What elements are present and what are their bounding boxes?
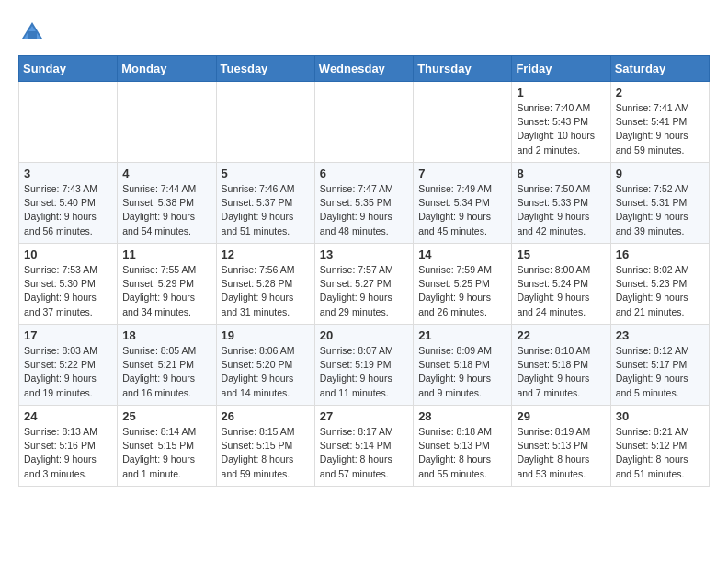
- day-number: 23: [616, 328, 704, 342]
- weekday-header-monday: Monday: [118, 56, 216, 82]
- day-info: Sunrise: 8:15 AM Sunset: 5:15 PM Dayligh…: [222, 425, 310, 481]
- calendar-cell: 7Sunrise: 7:49 AM Sunset: 5:34 PM Daylig…: [414, 163, 512, 244]
- calendar-cell: 27Sunrise: 8:17 AM Sunset: 5:14 PM Dayli…: [314, 406, 413, 487]
- day-number: 7: [418, 167, 506, 180]
- calendar-cell: 5Sunrise: 7:46 AM Sunset: 5:37 PM Daylig…: [216, 163, 314, 244]
- day-number: 29: [517, 409, 605, 423]
- calendar-cell: 22Sunrise: 8:10 AM Sunset: 5:18 PM Dayli…: [512, 325, 610, 406]
- calendar-cell: 2Sunrise: 7:41 AM Sunset: 5:41 PM Daylig…: [610, 82, 709, 163]
- calendar-cell: 20Sunrise: 8:07 AM Sunset: 5:19 PM Dayli…: [314, 325, 413, 406]
- day-number: 4: [122, 167, 210, 180]
- weekday-header-tuesday: Tuesday: [216, 56, 314, 82]
- calendar-week-row: 24Sunrise: 8:13 AM Sunset: 5:16 PM Dayli…: [19, 406, 710, 487]
- day-number: 15: [517, 247, 605, 261]
- day-info: Sunrise: 7:47 AM Sunset: 5:35 PM Dayligh…: [320, 182, 408, 238]
- calendar-cell: 19Sunrise: 8:06 AM Sunset: 5:20 PM Dayli…: [216, 325, 314, 406]
- weekday-header-row: SundayMondayTuesdayWednesdayThursdayFrid…: [19, 56, 710, 82]
- day-number: 26: [222, 409, 310, 423]
- calendar-cell: [19, 82, 118, 163]
- day-number: 25: [122, 409, 210, 423]
- weekday-header-saturday: Saturday: [610, 56, 709, 82]
- day-info: Sunrise: 8:09 AM Sunset: 5:18 PM Dayligh…: [418, 344, 506, 400]
- day-number: 13: [320, 247, 408, 261]
- day-info: Sunrise: 7:55 AM Sunset: 5:29 PM Dayligh…: [122, 263, 210, 319]
- calendar-cell: [414, 82, 512, 163]
- calendar-cell: 18Sunrise: 8:05 AM Sunset: 5:21 PM Dayli…: [118, 325, 216, 406]
- day-info: Sunrise: 7:46 AM Sunset: 5:37 PM Dayligh…: [222, 182, 310, 238]
- weekday-header-sunday: Sunday: [19, 56, 118, 82]
- day-info: Sunrise: 7:57 AM Sunset: 5:27 PM Dayligh…: [320, 263, 408, 319]
- day-info: Sunrise: 8:12 AM Sunset: 5:17 PM Dayligh…: [616, 344, 704, 400]
- calendar-cell: 8Sunrise: 7:50 AM Sunset: 5:33 PM Daylig…: [512, 163, 610, 244]
- day-info: Sunrise: 7:56 AM Sunset: 5:28 PM Dayligh…: [222, 263, 310, 319]
- day-info: Sunrise: 8:21 AM Sunset: 5:12 PM Dayligh…: [616, 425, 704, 481]
- logo-icon: [18, 18, 46, 46]
- svg-rect-2: [28, 31, 37, 39]
- calendar-cell: 21Sunrise: 8:09 AM Sunset: 5:18 PM Dayli…: [414, 325, 512, 406]
- day-number: 22: [517, 328, 605, 342]
- day-number: 9: [616, 167, 704, 180]
- calendar-cell: 6Sunrise: 7:47 AM Sunset: 5:35 PM Daylig…: [314, 163, 413, 244]
- day-number: 24: [24, 409, 112, 423]
- calendar-cell: [216, 82, 314, 163]
- calendar-cell: 30Sunrise: 8:21 AM Sunset: 5:12 PM Dayli…: [610, 406, 709, 487]
- day-info: Sunrise: 7:40 AM Sunset: 5:43 PM Dayligh…: [517, 101, 605, 157]
- calendar-cell: 11Sunrise: 7:55 AM Sunset: 5:29 PM Dayli…: [118, 244, 216, 325]
- day-info: Sunrise: 7:53 AM Sunset: 5:30 PM Dayligh…: [24, 263, 112, 319]
- day-number: 1: [517, 86, 605, 99]
- calendar-cell: 15Sunrise: 8:00 AM Sunset: 5:24 PM Dayli…: [512, 244, 610, 325]
- day-info: Sunrise: 7:41 AM Sunset: 5:41 PM Dayligh…: [616, 101, 704, 157]
- day-number: 20: [320, 328, 408, 342]
- header: [18, 18, 710, 46]
- day-info: Sunrise: 7:59 AM Sunset: 5:25 PM Dayligh…: [418, 263, 506, 319]
- calendar-table: SundayMondayTuesdayWednesdayThursdayFrid…: [18, 55, 710, 487]
- weekday-header-wednesday: Wednesday: [314, 56, 413, 82]
- day-info: Sunrise: 8:07 AM Sunset: 5:19 PM Dayligh…: [320, 344, 408, 400]
- day-number: 2: [616, 86, 704, 99]
- calendar-cell: [314, 82, 413, 163]
- day-info: Sunrise: 8:03 AM Sunset: 5:22 PM Dayligh…: [24, 344, 112, 400]
- day-info: Sunrise: 8:05 AM Sunset: 5:21 PM Dayligh…: [122, 344, 210, 400]
- day-info: Sunrise: 7:52 AM Sunset: 5:31 PM Dayligh…: [616, 182, 704, 238]
- day-number: 5: [222, 167, 310, 180]
- calendar-cell: 28Sunrise: 8:18 AM Sunset: 5:13 PM Dayli…: [414, 406, 512, 487]
- calendar-cell: 13Sunrise: 7:57 AM Sunset: 5:27 PM Dayli…: [314, 244, 413, 325]
- calendar-cell: 3Sunrise: 7:43 AM Sunset: 5:40 PM Daylig…: [19, 163, 118, 244]
- day-info: Sunrise: 8:06 AM Sunset: 5:20 PM Dayligh…: [222, 344, 310, 400]
- day-number: 12: [222, 247, 310, 261]
- day-number: 27: [320, 409, 408, 423]
- day-info: Sunrise: 7:49 AM Sunset: 5:34 PM Dayligh…: [418, 182, 506, 238]
- calendar-week-row: 17Sunrise: 8:03 AM Sunset: 5:22 PM Dayli…: [19, 325, 710, 406]
- day-info: Sunrise: 8:02 AM Sunset: 5:23 PM Dayligh…: [616, 263, 704, 319]
- calendar-cell: 25Sunrise: 8:14 AM Sunset: 5:15 PM Dayli…: [118, 406, 216, 487]
- day-number: 18: [122, 328, 210, 342]
- calendar-cell: 29Sunrise: 8:19 AM Sunset: 5:13 PM Dayli…: [512, 406, 610, 487]
- day-info: Sunrise: 7:50 AM Sunset: 5:33 PM Dayligh…: [517, 182, 605, 238]
- calendar-cell: 24Sunrise: 8:13 AM Sunset: 5:16 PM Dayli…: [19, 406, 118, 487]
- day-number: 11: [122, 247, 210, 261]
- day-info: Sunrise: 8:17 AM Sunset: 5:14 PM Dayligh…: [320, 425, 408, 481]
- calendar-cell: 17Sunrise: 8:03 AM Sunset: 5:22 PM Dayli…: [19, 325, 118, 406]
- calendar-cell: [118, 82, 216, 163]
- day-info: Sunrise: 8:19 AM Sunset: 5:13 PM Dayligh…: [517, 425, 605, 481]
- day-number: 3: [24, 167, 112, 180]
- day-number: 14: [418, 247, 506, 261]
- day-info: Sunrise: 8:18 AM Sunset: 5:13 PM Dayligh…: [418, 425, 506, 481]
- day-number: 28: [418, 409, 506, 423]
- day-info: Sunrise: 8:10 AM Sunset: 5:18 PM Dayligh…: [517, 344, 605, 400]
- day-number: 6: [320, 167, 408, 180]
- day-number: 8: [517, 167, 605, 180]
- calendar-cell: 9Sunrise: 7:52 AM Sunset: 5:31 PM Daylig…: [610, 163, 709, 244]
- day-number: 21: [418, 328, 506, 342]
- day-info: Sunrise: 8:00 AM Sunset: 5:24 PM Dayligh…: [517, 263, 605, 319]
- calendar-cell: 4Sunrise: 7:44 AM Sunset: 5:38 PM Daylig…: [118, 163, 216, 244]
- logo: [18, 18, 50, 46]
- day-info: Sunrise: 8:13 AM Sunset: 5:16 PM Dayligh…: [24, 425, 112, 481]
- day-number: 16: [616, 247, 704, 261]
- day-info: Sunrise: 8:14 AM Sunset: 5:15 PM Dayligh…: [122, 425, 210, 481]
- page: SundayMondayTuesdayWednesdayThursdayFrid…: [0, 0, 728, 496]
- calendar-cell: 26Sunrise: 8:15 AM Sunset: 5:15 PM Dayli…: [216, 406, 314, 487]
- weekday-header-thursday: Thursday: [414, 56, 512, 82]
- calendar-week-row: 1Sunrise: 7:40 AM Sunset: 5:43 PM Daylig…: [19, 82, 710, 163]
- calendar-cell: 10Sunrise: 7:53 AM Sunset: 5:30 PM Dayli…: [19, 244, 118, 325]
